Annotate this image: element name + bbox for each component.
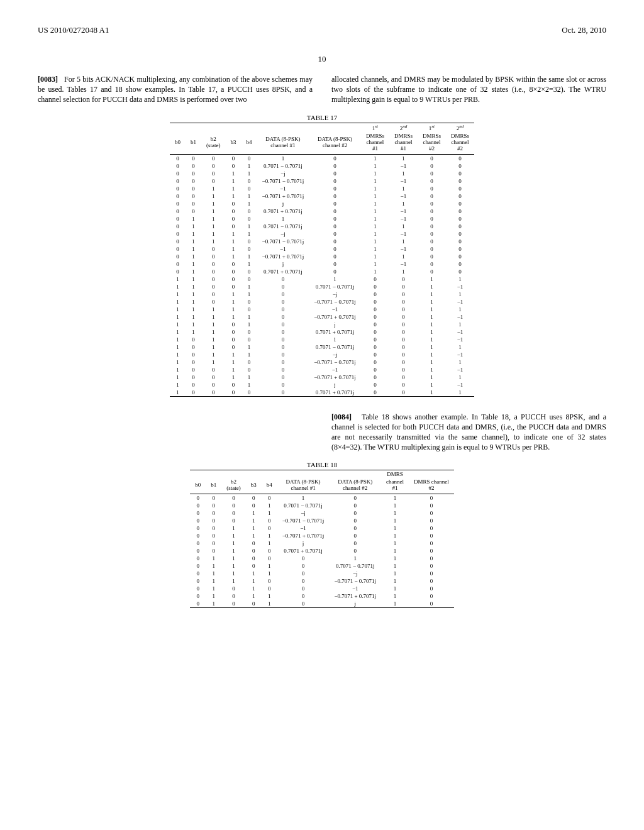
table-row: 111110−0.7071 + 0.7071j001−1 xyxy=(170,313,474,321)
col-header: DMRS xyxy=(381,470,409,479)
table-row: 1010001001−1 xyxy=(170,336,474,343)
table-row: 00000101100 xyxy=(170,154,474,162)
col-header: DATA (8-PSK)channel #1 xyxy=(257,132,309,155)
col-header xyxy=(277,470,330,479)
col-header: DATA (8-PSK)channel #2 xyxy=(329,478,381,494)
col-header: b4 xyxy=(262,478,277,494)
table-row: 00010−0.7071 − 0.7071j010 xyxy=(190,517,454,524)
para-num-83: [0083] xyxy=(38,75,58,84)
table-row: 01110−0.7071 − 0.7071j01100 xyxy=(170,238,474,245)
col-header: 2nd xyxy=(389,123,418,132)
col-header: channel#1 xyxy=(381,478,409,494)
table-row: 00110−1010 xyxy=(190,524,454,532)
col-header xyxy=(186,123,201,132)
table-row: 111100−10011 xyxy=(170,306,474,313)
table-row: 000010.7071 − 0.7071j010 xyxy=(190,502,454,509)
table-row: 110110−j0011 xyxy=(170,290,474,298)
col-header: b3 xyxy=(246,478,262,494)
table-row: 110100−0.7071 − 0.7071j001−1 xyxy=(170,298,474,306)
para-83-text: For 5 bits ACK/NACK multiplexing, any co… xyxy=(38,75,313,104)
col-header: DATA (8-PSK)channel #1 xyxy=(277,478,330,494)
right-column: allocated channels, and DMRS may be modu… xyxy=(331,74,606,105)
table-row: 00101j01100 xyxy=(170,200,474,208)
table-row: 001000.7071 + 0.7071j010 xyxy=(190,547,454,555)
table-row: 01001j01−100 xyxy=(170,260,474,268)
table-row: 0110100.7071 − 0.7071j10 xyxy=(190,562,454,570)
col-header: 1st xyxy=(361,123,389,132)
table-row: 01010−101−100 xyxy=(170,245,474,253)
col-header xyxy=(201,123,226,132)
table-row: 00010−0.7071 − 0.7071j01−100 xyxy=(170,177,474,185)
col-header xyxy=(206,470,221,479)
col-header: DMRS channel#2 xyxy=(409,478,454,494)
table-row: 011000110 xyxy=(190,555,454,562)
table-row: 011100−0.7071 − 0.7071j10 xyxy=(190,577,454,585)
page-number: 10 xyxy=(38,54,606,64)
table-17: 1st2nd1st2ndb0b1b2(state)b3b4DATA (8-PSK… xyxy=(170,123,474,397)
table-row: 00011−j010 xyxy=(190,509,454,517)
col-header: b1 xyxy=(206,478,221,494)
table-row: 01111−j01−100 xyxy=(170,230,474,238)
col-header: b0 xyxy=(170,132,186,155)
col-header: b1 xyxy=(186,132,201,155)
para-84-block: [0084] Table 18 shows another example. I… xyxy=(322,412,606,453)
table-row: 010100−110 xyxy=(190,585,454,592)
col-header xyxy=(262,470,277,479)
para-num-84: [0084] xyxy=(331,412,352,421)
col-header: DMRSschannel#1 xyxy=(361,132,389,155)
table-row: 100110−0.7071 + 0.7071j0011 xyxy=(170,374,474,381)
table-row: 100010j001−1 xyxy=(170,381,474,389)
col-header xyxy=(170,123,186,132)
table-row: 1000000.7071 + 0.7071j0011 xyxy=(170,389,474,397)
col-header xyxy=(246,470,262,479)
left-column: [0083] For 5 bits ACK/NACK multiplexing,… xyxy=(38,74,313,105)
col-header: b2(state) xyxy=(201,132,226,155)
table-row: 010000.7071 + 0.7071j01100 xyxy=(170,268,474,275)
table-row: 001000.7071 + 0.7071j01−100 xyxy=(170,208,474,215)
table-row: 1010100.7071 − 0.7071j0011 xyxy=(170,343,474,351)
table-18: DMRSb0b1b2(state)b3b4DATA (8-PSK)channel… xyxy=(190,470,454,608)
col-header: DMRSschannel#2 xyxy=(446,132,474,155)
col-header: 1st xyxy=(418,123,446,132)
col-header xyxy=(221,470,246,479)
para-83b-text: allocated channels, and DMRS may be modu… xyxy=(331,75,606,104)
table-row: 01011−0.7071 + 0.7071j01100 xyxy=(170,253,474,260)
col-header: DMRSschannel#1 xyxy=(389,132,418,155)
table-row: 101100−0.7071 − 0.7071j0011 xyxy=(170,358,474,366)
doc-date: Oct. 28, 2010 xyxy=(562,25,606,35)
page-header: US 2010/0272048 A1 Oct. 28, 2010 xyxy=(38,25,606,35)
table-row: 11000010011 xyxy=(170,275,474,283)
col-header: 2nd xyxy=(446,123,474,132)
col-header xyxy=(226,123,242,132)
col-header: DATA (8-PSK)channel #2 xyxy=(309,132,361,155)
table-row: 010110−0.7071 + 0.7071j10 xyxy=(190,592,454,600)
table-row: 011110−j10 xyxy=(190,570,454,577)
col-header: b4 xyxy=(242,132,257,155)
table-row: 1100100.7071 − 0.7071j001−1 xyxy=(170,283,474,290)
col-header: b0 xyxy=(190,478,206,494)
table-row: 00110−101100 xyxy=(170,185,474,192)
table-row: 00111−0.7071 + 0.7071j01−100 xyxy=(170,192,474,200)
table-row: 100100−1001−1 xyxy=(170,366,474,374)
col-header xyxy=(242,123,257,132)
col-header xyxy=(190,470,206,479)
col-header xyxy=(257,123,309,132)
doc-number: US 2010/0272048 A1 xyxy=(38,25,109,35)
col-header: b3 xyxy=(226,132,242,155)
table-row: 101110−j001−1 xyxy=(170,351,474,358)
table-row: 1110000.7071 + 0.7071j001−1 xyxy=(170,328,474,336)
col-header: DMRSschannel#2 xyxy=(418,132,446,155)
table-row: 010010j10 xyxy=(190,600,454,608)
table-row: 000001010 xyxy=(190,494,454,502)
table-18-caption: TABLE 18 xyxy=(38,461,606,468)
col-header xyxy=(309,123,361,132)
table-row: 011010.7071 − 0.7071j01100 xyxy=(170,223,474,230)
table-row: 01100101−100 xyxy=(170,215,474,223)
body-columns: [0083] For 5 bits ACK/NACK multiplexing,… xyxy=(38,74,606,105)
table-row: 00011−j01100 xyxy=(170,170,474,177)
col-header: b2(state) xyxy=(221,478,246,494)
col-header xyxy=(329,470,381,479)
col-header xyxy=(409,470,454,479)
table-row: 00101j010 xyxy=(190,540,454,547)
para-84-text: Table 18 shows another example. In Table… xyxy=(331,412,606,452)
